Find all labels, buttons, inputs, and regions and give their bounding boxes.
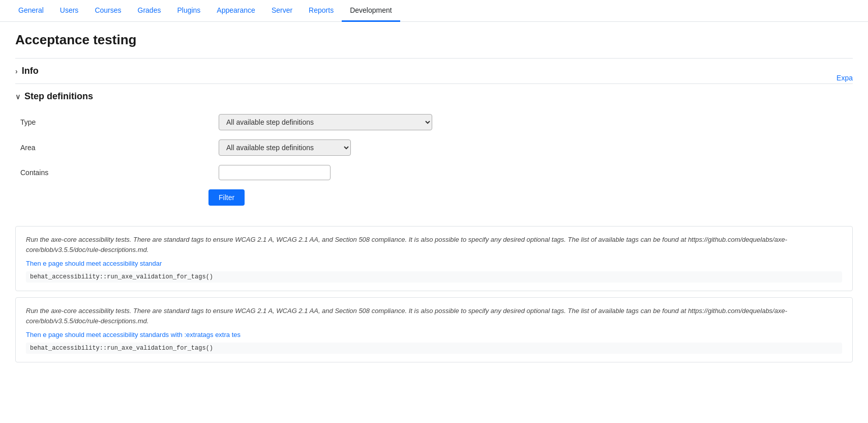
contains-label: Contains: [15, 168, 208, 177]
result-step-0[interactable]: Then e page should meet accessibility st…: [26, 260, 842, 267]
result-code-1: behat_accessibility::run_axe_validation_…: [26, 343, 842, 354]
type-label: Type: [15, 118, 208, 126]
type-select[interactable]: All available step definitionsGivenWhenT…: [219, 114, 432, 130]
nav-item-grades[interactable]: Grades: [130, 0, 169, 22]
page-title: Acceptance testing: [15, 32, 853, 48]
nav-item-users[interactable]: Users: [52, 0, 87, 22]
info-chevron-icon: ›: [15, 67, 18, 75]
main-content: Acceptance testing Expa › Info ∨ Step de…: [0, 22, 868, 379]
step-definitions-chevron-icon: ∨: [15, 93, 20, 101]
contains-input[interactable]: [219, 165, 331, 180]
area-select[interactable]: All available step definitions: [219, 139, 351, 156]
expand-link[interactable]: Expa: [836, 74, 853, 82]
step-definitions-label: Step definitions: [24, 91, 93, 102]
step-definitions-header[interactable]: ∨ Step definitions: [15, 84, 853, 109]
result-desc-1: Run the axe-core accessibility tests. Th…: [26, 306, 842, 326]
info-section: › Info: [15, 58, 853, 83]
result-code-0: behat_accessibility::run_axe_validation_…: [26, 271, 842, 283]
filter-button-row: Filter: [15, 189, 853, 206]
result-desc-0: Run the axe-core accessibility tests. Th…: [26, 235, 842, 255]
nav-item-reports[interactable]: Reports: [301, 0, 342, 22]
step-definitions-content: Type All available step definitionsGiven…: [15, 109, 853, 216]
result-step-1[interactable]: Then e page should meet accessibility st…: [26, 331, 842, 339]
info-section-label: Info: [22, 66, 39, 76]
nav-item-courses[interactable]: Courses: [86, 0, 129, 22]
area-row: Area All available step definitions: [15, 139, 853, 156]
nav-item-development[interactable]: Development: [342, 0, 400, 22]
result-card-0: Run the axe-core accessibility tests. Th…: [15, 226, 853, 291]
nav-item-general[interactable]: General: [10, 0, 52, 22]
nav-item-server[interactable]: Server: [263, 0, 301, 22]
nav-item-appearance[interactable]: Appearance: [208, 0, 263, 22]
info-section-header[interactable]: › Info: [15, 59, 853, 83]
nav-item-plugins[interactable]: Plugins: [169, 0, 208, 22]
contains-row: Contains: [15, 165, 853, 180]
area-label: Area: [15, 144, 208, 152]
results-container: Run the axe-core accessibility tests. Th…: [15, 226, 853, 362]
nav-bar: General Users Courses Grades Plugins App…: [0, 0, 868, 22]
step-definitions-section: ∨ Step definitions Type All available st…: [15, 83, 853, 216]
filter-button[interactable]: Filter: [208, 189, 245, 206]
type-row: Type All available step definitionsGiven…: [15, 114, 853, 130]
result-card-1: Run the axe-core accessibility tests. Th…: [15, 297, 853, 362]
